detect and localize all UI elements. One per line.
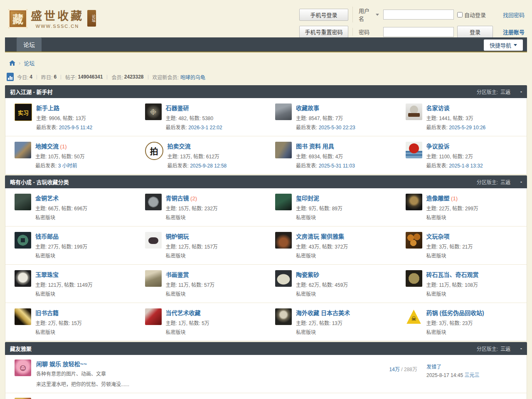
statue-icon[interactable]	[406, 194, 422, 210]
forum-link[interactable]: 造像雕塑	[426, 195, 450, 202]
home-icon[interactable]	[9, 60, 15, 66]
forum-link[interactable]: 新手上路	[36, 105, 59, 111]
moderator-link[interactable]: 三运	[500, 178, 510, 185]
forum-link[interactable]: 海外收藏 日本古美术	[296, 310, 350, 316]
forum-link[interactable]: 药锅 (低劣伪品回收站)	[426, 310, 484, 316]
forum-section: 藏友雅聚分区版主: 三运-闲聊 娱乐 放轻松~~各种有意思的图片、动画、文章来这…	[5, 342, 527, 399]
stone-icon[interactable]	[145, 103, 162, 120]
forum-link[interactable]: 陶瓷紫砂	[296, 271, 319, 278]
forum-link[interactable]: 砖石瓦当、奇石观赏	[426, 271, 479, 278]
chat-icon[interactable]	[15, 360, 31, 376]
site-logo[interactable]: 藏 盛世收藏 WWW.SSSC.CN 论坛	[8, 9, 96, 29]
last-post-link[interactable]: 2025-9-5 11:42	[59, 125, 93, 131]
forum-link[interactable]: 文玩杂项	[426, 233, 450, 240]
forum-link[interactable]: 拍卖交流	[167, 143, 191, 150]
register-link[interactable]: 注册账号	[503, 28, 525, 36]
market-icon[interactable]	[15, 142, 31, 158]
forum-link[interactable]: 书画鉴赏	[166, 271, 189, 278]
forum-cell: 文玩杂项主题: 3万, 帖数: 21万私密版块	[397, 226, 527, 264]
overseas-icon[interactable]	[275, 308, 292, 325]
phone-login-button[interactable]: 手机号登录	[299, 9, 348, 21]
coin-icon[interactable]	[15, 232, 31, 249]
forum-link[interactable]: 文房清玩 案供雅集	[296, 233, 344, 240]
forum-section: 初入江湖 - 新手村分区版主: 三运-新手上路主题: 9906, 帖数: 13万…	[5, 85, 527, 175]
practice-icon[interactable]	[15, 103, 32, 121]
last-post-link[interactable]: 3 小时前	[58, 163, 77, 169]
username-input[interactable]	[383, 10, 454, 20]
forum-link[interactable]: 收藏故事	[296, 105, 319, 111]
forum-link[interactable]: 钱币邮品	[35, 233, 59, 240]
last-post-link[interactable]: 发错了	[426, 363, 441, 371]
last-post-link[interactable]: 2026-3-1 22:02	[188, 125, 222, 131]
last-post-link[interactable]: 2025-5-31 11:03	[319, 163, 355, 169]
forum-cell: 旧书古籍主题: 2万, 帖数: 15万私密版块	[5, 303, 136, 341]
forum-link[interactable]: 金铜艺术	[35, 195, 59, 202]
forum-link[interactable]: 名家访谈	[426, 105, 450, 111]
username-dropdown-caret-icon[interactable]	[376, 14, 379, 16]
forum-link[interactable]: 争议投诉	[426, 143, 450, 150]
forum-row: 闲聊 娱乐 放轻松~~各种有意思的图片、动画、文章来这里灌水吧，把你的忧愁、劳顿…	[5, 355, 527, 393]
collapse-icon[interactable]: -	[520, 346, 522, 352]
phone-reset-button[interactable]: 手机号重置密码	[299, 26, 348, 38]
last-post-link[interactable]: 2025-9-28 12:58	[190, 163, 227, 169]
new-member-link[interactable]: 咆哮的乌龟	[180, 74, 205, 81]
story-icon[interactable]	[275, 103, 292, 120]
tab-forum[interactable]: 论坛	[17, 37, 42, 52]
last-post-link[interactable]: 2025-1-8 13:32	[449, 163, 483, 169]
password-input[interactable]	[383, 27, 454, 37]
forum-link[interactable]: 闲聊 娱乐 放轻松~~	[36, 361, 87, 367]
last-post-time: 2025-8-17 14:45	[426, 372, 464, 378]
forum-link[interactable]: 石器鉴研	[166, 105, 189, 111]
forum-link[interactable]: 当代艺术收藏	[166, 310, 201, 316]
hazard-icon[interactable]	[406, 308, 422, 325]
modern-icon[interactable]	[145, 308, 162, 325]
moderator-link[interactable]: 三运	[500, 345, 510, 352]
quick-nav-button[interactable]: 快捷导航	[484, 39, 523, 51]
forum-link[interactable]: 图书 资料 用具	[296, 143, 334, 150]
forum-stats: 主题: 66万, 帖数: 696万	[35, 204, 87, 212]
section-title[interactable]: 藏友雅聚	[10, 345, 32, 352]
censer-icon[interactable]	[145, 232, 162, 249]
seal-icon[interactable]	[275, 194, 292, 210]
auto-login-checkbox[interactable]	[457, 12, 463, 17]
dispute-icon[interactable]	[406, 142, 422, 158]
forum-link[interactable]: 铜炉铜玩	[166, 233, 189, 240]
forum-link[interactable]: 旧书古籍	[35, 310, 59, 316]
forum-link[interactable]: 玺印封泥	[296, 195, 319, 202]
fan-icon[interactable]	[15, 308, 31, 325]
forum-link[interactable]: 青铜古镜	[166, 195, 189, 202]
collapse-icon[interactable]: -	[520, 179, 522, 185]
bronze-art-icon[interactable]	[15, 194, 31, 210]
private-label: 私密版块	[426, 252, 473, 259]
forum-stats: 主题: 1万, 帖数: 5万	[166, 319, 209, 326]
private-label: 私密版块	[296, 252, 348, 259]
last-post-link[interactable]: 2025-5-30 22:23	[319, 125, 355, 131]
interview-icon[interactable]	[406, 103, 422, 120]
section-header: 略有小成 - 古玩收藏分类分区版主: 三运-	[5, 175, 527, 188]
forum-counts: 14万 / 288万	[367, 365, 417, 372]
tile-icon[interactable]	[406, 270, 422, 287]
last-post-user[interactable]: 三元三	[464, 372, 479, 378]
thread-count: 14万	[389, 367, 400, 372]
scholar-icon[interactable]	[275, 232, 292, 249]
breadcrumb-forum-link[interactable]: 论坛	[24, 59, 34, 67]
last-post-link[interactable]: 2025-5-29 10:26	[449, 125, 485, 131]
section-header: 初入江湖 - 新手村分区版主: 三运-	[5, 85, 527, 98]
section-title[interactable]: 略有小成 - 古玩收藏分类	[10, 178, 69, 186]
painting-icon[interactable]	[145, 270, 162, 287]
login-button[interactable]: 登录	[457, 26, 493, 38]
forum-link[interactable]: 玉翠珠宝	[35, 271, 59, 278]
section-title[interactable]: 初入江湖 - 新手村	[10, 88, 53, 96]
find-password-link[interactable]: 找回密码	[503, 11, 525, 19]
mirror-icon[interactable]	[145, 194, 162, 210]
moderator-link[interactable]: 三运	[500, 88, 510, 95]
auction-icon[interactable]	[145, 142, 163, 160]
forum-stats: 主题: 9万, 帖数: 89万	[296, 204, 342, 212]
books-icon[interactable]	[275, 142, 292, 158]
jade-icon[interactable]	[15, 270, 31, 287]
collapse-icon[interactable]: -	[520, 89, 522, 95]
forum-cell: 地摊交流 (1)主题: 10万, 帖数: 50万最后发表: 3 小时前	[5, 136, 136, 174]
beads-icon[interactable]	[406, 232, 422, 249]
forum-link[interactable]: 地摊交流	[35, 143, 59, 150]
ceramic-icon[interactable]	[275, 270, 292, 287]
